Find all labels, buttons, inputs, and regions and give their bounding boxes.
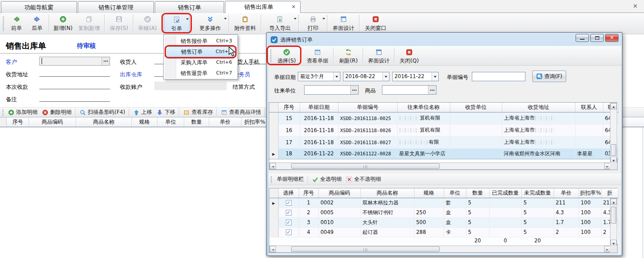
chevron-down-icon[interactable] <box>333 72 340 81</box>
column-header[interactable]: 商品编码 <box>318 188 360 198</box>
vertical-scrollbar[interactable]: ▲ ▼ <box>610 103 617 163</box>
scroll-right-button[interactable]: ► <box>604 246 610 252</box>
row-checkbox[interactable]: ✓ <box>286 200 292 206</box>
ellipsis-button[interactable]: … <box>428 86 436 94</box>
scroll-right-button[interactable]: ► <box>604 163 610 169</box>
view-product-detail-button[interactable]: 查看商品详情 <box>221 108 261 116</box>
payment-input[interactable] <box>39 82 110 89</box>
scroll-left-button[interactable]: ◄ <box>270 246 276 252</box>
next-doc-button[interactable]: 后单 <box>27 14 47 33</box>
column-header[interactable]: 序号 <box>299 188 318 198</box>
row-checkbox[interactable]: ✓ <box>286 220 292 225</box>
tab-function-nav[interactable]: 功能导航窗 <box>1 1 77 13</box>
date-from-select[interactable]: 2016-08-22 <box>343 72 390 81</box>
minimize-button[interactable] <box>576 34 589 42</box>
import-export-button[interactable]: 导入导出 <box>263 14 297 33</box>
view-stock-button[interactable]: 查看库存 <box>183 108 213 116</box>
column-header[interactable]: 规格 <box>414 188 444 198</box>
dialog-ui-design-button[interactable]: 界面设计 <box>365 47 393 65</box>
remark-input[interactable] <box>39 94 110 102</box>
column-header[interactable]: 联系人 <box>575 103 603 112</box>
dialog-close-q-button[interactable]: 关闭(Q) <box>396 47 422 65</box>
scrollbar-thumb[interactable] <box>611 207 616 224</box>
order-row[interactable]: 17 2016-11-18 XSDD-20161118-0027 有限 上海省上… <box>269 136 618 148</box>
customer-input[interactable]: … <box>39 57 110 66</box>
dialog-close-button[interactable]: ✕ <box>605 34 619 42</box>
move-down-button[interactable]: 下移 <box>157 108 175 116</box>
detail-row[interactable]: ✓ 3 0010 大头针 500 盒 5 5 1.7 100 1.7 <box>269 217 618 227</box>
order-row-selected[interactable]: ▶ 18 2016-11-22 XSDD-20161122-0028 星星文具第… <box>269 148 618 159</box>
maximize-button[interactable] <box>590 34 604 42</box>
more-actions-button[interactable]: 更多操作 <box>193 14 227 33</box>
column-header[interactable]: 单位 <box>444 188 466 198</box>
column-header[interactable]: 已完成数量 <box>489 188 521 198</box>
toolbar-grip[interactable] <box>2 109 4 116</box>
partner-input[interactable]: … <box>304 85 359 95</box>
scrollbar-thumb[interactable] <box>291 246 440 252</box>
close-window-button[interactable]: 关闭窗口 <box>361 14 390 33</box>
scrollbar-thumb[interactable] <box>291 163 440 169</box>
column-header[interactable]: 收货地址 <box>502 103 575 112</box>
select-button[interactable]: 选择(S) <box>274 47 300 65</box>
view-doc-button[interactable]: 查看单据 <box>303 47 332 65</box>
deselect-all-details-button[interactable]: 全不选明细 <box>346 175 381 183</box>
column-header[interactable]: 单价 <box>209 117 242 127</box>
column-header[interactable]: 数量 <box>466 188 489 198</box>
tab-sales-outbound[interactable]: 销售出库单 ✕ <box>225 1 301 13</box>
row-checkbox[interactable]: ✓ <box>286 229 292 235</box>
select-all-details-button[interactable]: 全选明细 <box>312 175 342 183</box>
column-header[interactable]: 商品编码 <box>29 117 76 127</box>
column-header[interactable]: 商品名称 <box>360 188 414 198</box>
pull-order-button[interactable]: 引单 <box>164 14 190 33</box>
move-up-button[interactable]: 上移 <box>133 108 152 116</box>
scroll-left-button[interactable]: ◄ <box>270 163 276 169</box>
ellips is-button[interactable]: … <box>350 86 358 94</box>
tab-sales-order-mgmt[interactable]: 销售订单管理 <box>78 1 154 13</box>
scroll-up-button[interactable]: ▲ <box>610 199 617 205</box>
scroll-down-button[interactable]: ▼ <box>610 240 617 246</box>
refresh-button[interactable]: 刷新(R) <box>335 47 361 65</box>
column-header[interactable]: 选择 <box>278 188 299 198</box>
scroll-up-button[interactable]: ▲ <box>610 103 617 109</box>
detail-row[interactable]: ✓ 4 0049 起订器 288 卡 5 5 2 100 2 <box>269 227 618 237</box>
chevron-down-icon[interactable] <box>382 72 389 81</box>
print-button[interactable]: 打印 <box>301 14 326 33</box>
column-header[interactable]: 未完成数量 <box>521 188 554 198</box>
add-detail-button[interactable]: 添加明细 <box>8 108 38 116</box>
tabbar-close-icon[interactable]: ✕ <box>633 3 638 9</box>
account-input[interactable] <box>154 82 227 90</box>
tab-close-icon[interactable]: ✕ <box>292 4 296 10</box>
column-header[interactable]: 单位 <box>157 117 184 127</box>
toolbar-grip[interactable] <box>271 176 272 183</box>
column-header[interactable]: 商品名称 <box>76 117 132 127</box>
copy-new-button[interactable]: 复制新增 <box>75 14 103 33</box>
column-header[interactable]: 折扣率% <box>242 117 268 127</box>
column-header[interactable]: 收货单位 <box>450 103 502 112</box>
doc-no-input[interactable] <box>472 72 525 81</box>
column-header[interactable]: 折扣率% <box>579 188 601 198</box>
column-header[interactable]: 往来单位名称 <box>397 103 450 112</box>
date-to-select[interactable]: 2016-11-22 <box>392 72 439 81</box>
ellipsis-button[interactable]: … <box>102 57 110 65</box>
date-range-select[interactable]: 最近3个月 <box>298 72 340 81</box>
menu-item-sales-order[interactable]: 销售订单 Ctrl+1 <box>165 46 237 57</box>
toolbar-grip[interactable] <box>270 49 271 62</box>
row-checkbox[interactable]: ✓ <box>286 210 292 216</box>
column-header[interactable]: 单据日期 <box>300 103 338 112</box>
column-header[interactable]: 单价 <box>554 188 579 198</box>
dialog-title-bar[interactable]: 选择销售订单 <box>268 34 620 46</box>
scroll-down-button[interactable]: ▼ <box>610 157 617 163</box>
order-row[interactable]: 16 2016-11-18 XSDD-20161118-0026 算机有限 上海… <box>269 124 618 136</box>
menu-item-sales-return[interactable]: 销售退货单 Ctrl+7 <box>165 68 237 79</box>
detail-row[interactable]: ✓ 2 0005 不锈钢订书钉 250 盒 5 5 4.3 100 4.3 <box>269 208 618 217</box>
order-row[interactable]: 15 2016-11-18 XSDD-20161118-0025 算机有限 上海… <box>269 112 618 124</box>
scan-barcode-button[interactable]: 扫描条形码(F4) <box>80 108 125 116</box>
query-button[interactable]: 查询(F) <box>532 71 566 82</box>
new-button[interactable]: 新增(N) <box>51 14 75 33</box>
menu-item-sales-quote[interactable]: 销售报价单 Ctrl+3 <box>165 36 237 46</box>
ui-design-button[interactable]: 界面设计 <box>329 14 358 33</box>
warehouse-label[interactable]: 出库仓库 <box>120 71 142 79</box>
delete-detail-button[interactable]: 删除明细 <box>42 108 72 116</box>
toolbar-grip[interactable] <box>3 16 4 31</box>
attachments-button[interactable]: 附件资料 <box>231 14 259 33</box>
